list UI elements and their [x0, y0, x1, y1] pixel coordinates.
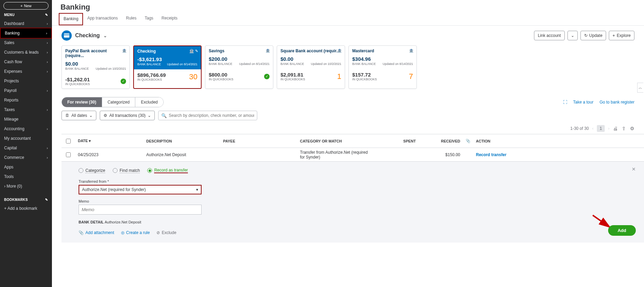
svg-rect-1: [64, 35, 69, 35]
close-icon[interactable]: ✕: [632, 166, 636, 172]
prev-page[interactable]: ‹: [592, 126, 593, 131]
sidebar-item-mileage[interactable]: Mileage: [0, 114, 52, 124]
account-card[interactable]: 🏦Square Bank account (requir...$0.00BANK…: [277, 45, 345, 89]
col-spent[interactable]: SPENT: [374, 139, 419, 143]
account-card[interactable]: 🏦PayPal Bank account (require...$0.00BAN…: [61, 45, 130, 89]
pencil-icon[interactable]: ✎: [45, 198, 48, 202]
memo-label: Memo: [79, 199, 627, 203]
sidebar-item-reports[interactable]: Reports: [0, 95, 52, 105]
col-received[interactable]: RECEIVED: [419, 139, 463, 143]
account-card[interactable]: 🏦 ✎Checking-$3,621.93BANK BALANCEUpdated…: [133, 45, 202, 89]
pagination-range: 1-30 of 30: [570, 126, 589, 131]
tab-tags[interactable]: Tags: [140, 13, 157, 25]
segment-for-review[interactable]: For review (30): [62, 97, 102, 107]
dropdown-icon: ▾: [196, 187, 198, 192]
paperclip-icon: 📎: [466, 139, 470, 143]
calendar-icon: 🗓: [65, 113, 69, 118]
transferred-from-label: Transferred from *: [79, 179, 627, 183]
segment-categorized[interactable]: Categorized: [102, 97, 136, 107]
new-button[interactable]: + New: [3, 2, 49, 10]
sidebar-item-dashboard[interactable]: Dashboard›: [0, 19, 52, 28]
transferred-from-select[interactable]: Authorize.Net (required for Synder) ▾: [79, 185, 202, 194]
chevron-right-icon: ›: [47, 60, 48, 64]
add-button[interactable]: Add: [608, 225, 636, 236]
sidebar-item-expenses[interactable]: Expenses›: [0, 67, 52, 76]
gear-icon[interactable]: ⚙: [630, 126, 634, 131]
tab-app-transactions[interactable]: App transactions: [83, 13, 122, 25]
search-input[interactable]: [169, 113, 254, 118]
table-row[interactable]: 04/25/2023 Authorize.Net Deposit Transfe…: [61, 148, 644, 162]
chevron-right-icon: ›: [47, 89, 48, 93]
print-icon[interactable]: 🖨: [613, 126, 618, 131]
sidebar-item-sales[interactable]: Sales›: [0, 38, 52, 47]
account-card[interactable]: 🏦Savings$200.00BANK BALANCEUpdated on 8/…: [205, 45, 273, 89]
segment-excluded[interactable]: Excluded: [135, 97, 163, 107]
exclude-icon: ⊘: [156, 230, 160, 235]
col-description[interactable]: DESCRIPTION: [143, 139, 220, 143]
col-attachment: 📎: [463, 139, 473, 143]
link-account-dropdown[interactable]: ⌄: [567, 31, 578, 40]
col-category[interactable]: CATEGORY OR MATCH: [297, 139, 374, 143]
memo-input[interactable]: [82, 207, 198, 212]
next-page[interactable]: ›: [608, 126, 609, 131]
paperclip-icon: 📎: [79, 230, 84, 235]
sidebar-item-accounting[interactable]: Accounting›: [0, 124, 52, 134]
create-rule-link[interactable]: ◎Create a rule: [121, 230, 150, 235]
sort-icon: ▾: [89, 139, 91, 143]
sidebar-item-payroll[interactable]: Payroll›: [0, 86, 52, 95]
search-box[interactable]: 🔍: [158, 111, 257, 120]
chevron-right-icon: ›: [47, 146, 48, 150]
sidebar-item-cash-flow[interactable]: Cash flow›: [0, 57, 52, 67]
bank-icon: 🏦: [265, 49, 270, 53]
sidebar-item-taxes[interactable]: Taxes›: [0, 105, 52, 114]
chevron-down-icon[interactable]: ⌄: [103, 33, 107, 38]
link-account-button[interactable]: Link account: [534, 31, 564, 40]
chevron-right-icon: ›: [47, 108, 48, 112]
chevron-right-icon: ›: [47, 70, 48, 73]
sidebar-item-more-0-[interactable]: › More (0): [0, 181, 52, 191]
sidebar-item-capital[interactable]: Capital›: [0, 143, 52, 153]
radio-find-match[interactable]: Find match: [113, 168, 140, 173]
account-card[interactable]: 🏦Mastercard$304.96BANK BALANCEUpdated on…: [348, 45, 417, 89]
sidebar-item-projects[interactable]: Projects: [0, 76, 52, 86]
record-transfer-link[interactable]: Record transfer: [476, 152, 506, 157]
add-attachment-link[interactable]: 📎Add attachment: [79, 230, 114, 235]
col-payee[interactable]: PAYEE: [220, 139, 297, 143]
account-icon: [61, 30, 72, 41]
date-filter[interactable]: 🗓 All dates ⌄: [61, 111, 96, 120]
row-checkbox[interactable]: [66, 152, 71, 157]
sidebar-item-apps[interactable]: Apps: [0, 162, 52, 172]
sidebar-item-customers-leads[interactable]: Customers & leads›: [0, 47, 52, 57]
sidebar-item-tools[interactable]: Tools: [0, 172, 52, 181]
take-tour-link[interactable]: Take a tour: [573, 100, 593, 105]
transactions-table: DATE ▾ DESCRIPTION PAYEE CATEGORY OR MAT…: [61, 134, 644, 243]
col-date[interactable]: DATE ▾: [75, 139, 143, 143]
exclude-link[interactable]: ⊘Exclude: [156, 230, 176, 235]
tab-rules[interactable]: Rules: [122, 13, 141, 25]
radio-categorize[interactable]: Categorize: [79, 168, 105, 173]
update-button[interactable]: ↻Update: [580, 31, 606, 40]
bank-register-link[interactable]: Go to bank register: [600, 100, 634, 105]
tab-banking[interactable]: Banking: [59, 13, 83, 25]
tab-receipts[interactable]: Receipts: [157, 13, 182, 25]
bank-icon: 🏦: [409, 49, 414, 53]
sidebar-item-my-accountant[interactable]: My accountant: [0, 134, 52, 143]
pencil-icon[interactable]: ✎: [45, 13, 48, 17]
bank-detail: BANK DETAIL Authorize.Net Deposit: [79, 220, 627, 224]
radio-record-transfer[interactable]: Record as transfer: [147, 168, 188, 173]
export-icon[interactable]: ⇪: [622, 126, 626, 131]
explore-button[interactable]: ⌖Explore: [609, 31, 634, 40]
sidebar-item-banking[interactable]: Banking›: [0, 28, 52, 39]
transactions-filter[interactable]: ⚙ All transactions (30) ⌄: [100, 111, 155, 120]
add-bookmark[interactable]: + Add a bookmark: [0, 204, 52, 213]
select-all-checkbox[interactable]: [66, 139, 71, 144]
chevron-right-icon: ›: [46, 31, 47, 35]
page-number: 1: [597, 125, 605, 132]
compass-icon: ⌖: [613, 33, 615, 38]
collapse-cards-button[interactable]: ︿: [637, 83, 643, 93]
main-content: Banking BankingApp transactionsRulesTags…: [52, 0, 644, 287]
plus-icon: +: [20, 4, 23, 8]
chevron-right-icon: ›: [47, 41, 48, 45]
chevron-down-icon: ⌄: [89, 113, 93, 118]
sidebar-item-commerce[interactable]: Commerce›: [0, 153, 52, 162]
